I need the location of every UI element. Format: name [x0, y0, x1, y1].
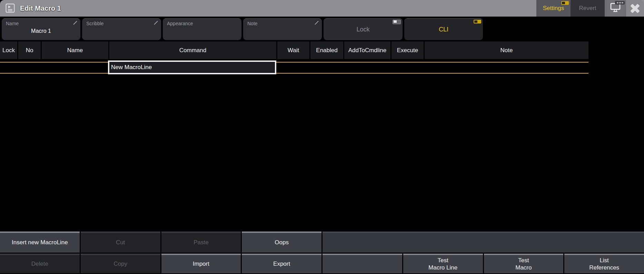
paste-button[interactable]: Paste	[161, 232, 241, 253]
column-header-execute[interactable]: Execute	[392, 41, 424, 59]
row-selection-line-top	[0, 62, 588, 63]
lock-label: Lock	[356, 26, 369, 33]
titlebar: Edit Macro 1 Settings Revert	[0, 0, 644, 17]
name-field-value: Macro 1	[2, 28, 80, 34]
test-macro-line-label-2: Macro Line	[428, 264, 457, 271]
test-macro-line-label-1: Test	[438, 257, 448, 264]
cli-label: CLI	[439, 26, 448, 33]
appearance-field[interactable]: Appearance	[163, 18, 241, 40]
column-header-no[interactable]: No	[18, 41, 41, 59]
edit-pencil-icon	[73, 20, 78, 27]
settings-button[interactable]: Settings	[536, 0, 571, 17]
monitor-button[interactable]	[605, 0, 626, 17]
edit-macro-window: Edit Macro 1 Settings Revert Na	[0, 0, 644, 274]
lock-toggle-button[interactable]: Lock	[324, 18, 403, 40]
export-button[interactable]: Export	[242, 254, 321, 273]
name-field[interactable]: Name Macro 1	[2, 18, 80, 40]
test-macro-label-1: Test	[518, 257, 529, 264]
column-header-note[interactable]: Note	[425, 41, 588, 59]
scribble-field-label: Scribble	[86, 21, 104, 26]
toolbar-row-1: Insert new MacroLine Cut Paste Oops	[0, 232, 644, 253]
copy-button[interactable]: Copy	[81, 254, 160, 273]
name-field-label: Name	[6, 21, 19, 26]
test-macro-button[interactable]: Test Macro	[484, 254, 564, 273]
edit-pencil-icon	[314, 20, 319, 27]
options-dots-icon	[615, 1, 625, 4]
column-header-addtocmdline[interactable]: AddToCmdline	[344, 41, 390, 59]
scribble-field[interactable]: Scribble	[82, 18, 161, 40]
list-references-label-2: References	[589, 264, 619, 271]
toolbar-blank-button[interactable]	[323, 254, 402, 273]
insert-new-macroline-button[interactable]: Insert new MacroLine	[0, 232, 80, 253]
column-header-wait[interactable]: Wait	[277, 41, 309, 59]
column-header-enabled[interactable]: Enabled	[310, 41, 343, 59]
test-macro-line-button[interactable]: Test Macro Line	[403, 254, 483, 273]
close-button[interactable]	[626, 0, 644, 17]
column-header-lock[interactable]: Lock	[0, 41, 17, 59]
cli-toggle-button[interactable]: CLI	[404, 18, 483, 40]
toolbar-empty-panel	[323, 232, 644, 253]
test-macro-label-2: Macro	[515, 264, 532, 271]
window-title: Edit Macro 1	[20, 0, 61, 17]
cut-button[interactable]: Cut	[81, 232, 160, 253]
column-header-name[interactable]: Name	[42, 41, 108, 59]
toggle-on-badge	[561, 1, 569, 5]
oops-button[interactable]: Oops	[242, 232, 321, 253]
toggle-on-badge	[474, 20, 481, 23]
column-header-command[interactable]: Command	[109, 41, 276, 59]
note-field[interactable]: Note	[243, 18, 322, 40]
new-macroline-cell[interactable]: New MacroLine	[108, 60, 276, 74]
macro-icon	[6, 3, 15, 13]
toggle-off-badge	[393, 20, 401, 24]
delete-button[interactable]: Delete	[0, 254, 80, 273]
row-selection-line-bottom	[0, 73, 588, 74]
revert-button[interactable]: Revert	[571, 0, 605, 17]
list-references-button[interactable]: List References	[564, 254, 644, 273]
list-references-label-1: List	[600, 257, 608, 264]
note-field-label: Note	[247, 21, 258, 26]
settings-label: Settings	[543, 5, 564, 12]
macro-toolbar: Insert new MacroLine Cut Paste Oops Dele…	[0, 232, 644, 273]
macro-table-header: Lock No Name Command Wait Enabled AddToC…	[0, 41, 588, 59]
appearance-field-label: Appearance	[167, 21, 193, 26]
edit-pencil-icon	[153, 20, 158, 27]
import-button[interactable]: Import	[161, 254, 241, 273]
toolbar-row-2: Delete Copy Import Export Test Macro Lin…	[0, 254, 644, 273]
revert-label: Revert	[579, 5, 596, 12]
